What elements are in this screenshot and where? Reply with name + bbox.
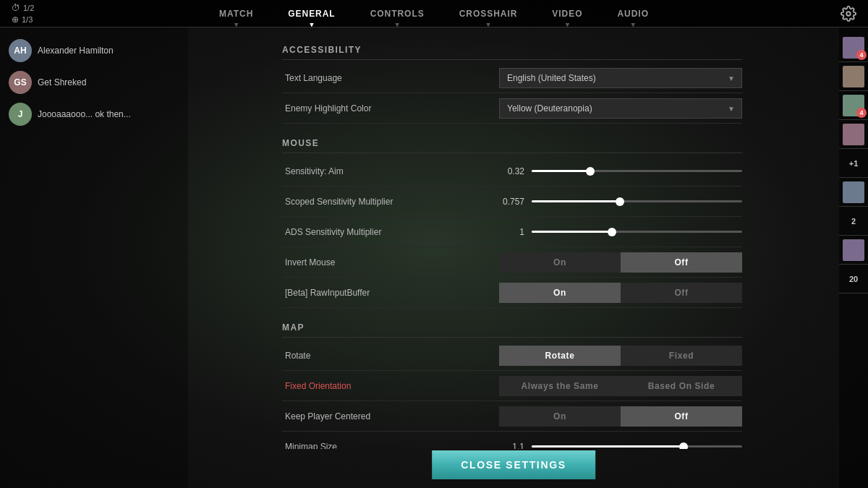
right-panel-count-1[interactable]: +1 — [839, 149, 868, 178]
toggle-pair-raw-input: On Off — [499, 283, 742, 303]
main-layout: AH Alexander Hamilton GS Get Shreked J J… — [0, 27, 868, 488]
label-rotate: Rotate — [282, 351, 499, 361]
setting-row-enemy-highlight: Enemy Highlight Color Yellow (Deuteranop… — [282, 93, 742, 124]
timer-icon: ⏱ — [12, 3, 20, 13]
toggle-rotate-rotate[interactable]: Rotate — [499, 346, 621, 366]
setting-row-scoped-sensitivity: Scoped Sensitivity Multiplier 0.757 — [282, 187, 742, 217]
settings-scroll[interactable]: ACCESSIBILITY Text Language English (Uni… — [282, 39, 745, 449]
toggle-keep-centered-on[interactable]: On — [499, 406, 621, 427]
gear-icon[interactable] — [841, 6, 856, 22]
slider-container-aim: 0.32 — [499, 166, 742, 176]
right-panel-count-2[interactable]: 2 — [839, 207, 868, 236]
label-sensitivity-aim: Sensitivity: Aim — [282, 166, 499, 176]
crosshair-score-icon: ⊕ — [12, 14, 19, 25]
avatar-thumb-2 — [843, 66, 864, 87]
close-settings-button[interactable]: CLOSE SETTINGS — [432, 450, 595, 479]
player-item-2[interactable]: GS Get Shreked — [9, 71, 179, 94]
avatar-thumb-6 — [843, 239, 864, 261]
right-panel-count-3[interactable]: 20 — [839, 265, 868, 294]
right-panel-item-3[interactable]: 4 — [839, 91, 868, 120]
right-panel-item-2[interactable] — [839, 62, 868, 91]
toggle-invert-mouse-off[interactable]: Off — [621, 252, 742, 273]
count-badge-1: +1 — [849, 159, 859, 168]
label-keep-player-centered: Keep Player Centered — [282, 411, 499, 421]
toggle-fixed-based-on-side[interactable]: Based On Side — [621, 376, 742, 396]
toggle-keep-centered-off[interactable]: Off — [621, 406, 742, 427]
enemy-highlight-select[interactable]: Yellow (Deuteranopia) Red Orange Purple — [499, 98, 742, 119]
toggle-rotate-fixed[interactable]: Fixed — [621, 346, 742, 366]
control-rotate: Rotate Fixed — [499, 346, 742, 366]
text-language-select[interactable]: English (United States) French German Sp… — [499, 68, 742, 88]
slider-fill-scoped — [532, 200, 620, 202]
control-scoped-sensitivity: 0.757 — [499, 197, 742, 207]
setting-row-ads-sensitivity: ADS Sensitivity Multiplier 1 — [282, 217, 742, 247]
section-header-accessibility: ACCESSIBILITY — [282, 39, 742, 60]
slider-track-ads[interactable] — [532, 231, 742, 233]
slider-track-aim[interactable] — [532, 170, 742, 172]
player-item-1[interactable]: AH Alexander Hamilton — [9, 39, 179, 62]
top-bar: ⏱ 1/2 ⊕ 1/3 MATCH GENERAL CONTROLS CROSS… — [0, 0, 868, 27]
control-ads-sensitivity: 1 — [499, 227, 742, 237]
right-panel-item-4[interactable] — [839, 120, 868, 149]
dropdown-wrapper-highlight: Yellow (Deuteranopia) Red Orange Purple — [499, 98, 742, 119]
toggle-fixed-always-same[interactable]: Always the Same — [499, 376, 621, 396]
player-name-2: Get Shreked — [38, 77, 86, 87]
control-text-language: English (United States) French German Sp… — [499, 68, 742, 88]
setting-row-fixed-orientation: Fixed Orientation Always the Same Based … — [282, 371, 742, 401]
control-raw-input: On Off — [499, 283, 742, 303]
tab-controls[interactable]: CONTROLS — [353, 0, 442, 27]
score-value-1: 1/2 — [23, 4, 34, 12]
svg-point-0 — [846, 12, 851, 16]
right-panel-item-5[interactable] — [839, 178, 868, 207]
setting-row-text-language: Text Language English (United States) Fr… — [282, 63, 742, 93]
slider-thumb-ads — [608, 228, 616, 236]
toggle-invert-mouse-on[interactable]: On — [499, 252, 621, 273]
right-sidebar: 4 4 +1 2 20 — [839, 27, 868, 488]
count-badge-3: 20 — [849, 275, 858, 283]
slider-thumb-minimap-size — [679, 442, 688, 450]
toggle-pair-rotate: Rotate Fixed — [499, 346, 742, 366]
tab-match[interactable]: MATCH — [202, 0, 271, 27]
tab-video[interactable]: VIDEO — [535, 0, 600, 27]
label-invert-mouse: Invert Mouse — [282, 257, 499, 267]
setting-row-raw-input: [Beta] RawInputBuffer On Off — [282, 278, 742, 308]
score-value-2: 1/3 — [22, 15, 33, 24]
badge-1: 4 — [856, 50, 867, 60]
slider-container-ads: 1 — [499, 227, 742, 237]
toggle-raw-input-off[interactable]: Off — [621, 283, 742, 303]
avatar-1: AH — [9, 39, 32, 62]
score-item-1: ⏱ 1/2 — [12, 3, 34, 13]
count-badge-2: 2 — [851, 217, 856, 226]
right-panel-item-6[interactable] — [839, 236, 868, 265]
player-item-3[interactable]: J Joooaaaooo... ok then... — [9, 103, 179, 126]
tab-crosshair[interactable]: CROSSHAIR — [442, 0, 535, 27]
label-fixed-orientation: Fixed Orientation — [282, 381, 499, 391]
slider-track-scoped[interactable] — [532, 200, 742, 202]
avatar-thumb-4 — [843, 124, 864, 145]
setting-row-rotate: Rotate Rotate Fixed — [282, 341, 742, 371]
label-raw-input: [Beta] RawInputBuffer — [282, 288, 499, 298]
toggle-raw-input-on[interactable]: On — [499, 283, 621, 303]
badge-3: 4 — [856, 108, 867, 118]
tab-general[interactable]: GENERAL — [271, 0, 352, 27]
slider-fill-ads — [532, 231, 612, 233]
setting-row-keep-player-centered: Keep Player Centered On Off — [282, 401, 742, 432]
label-enemy-highlight: Enemy Highlight Color — [282, 103, 499, 114]
avatar-thumb-5 — [843, 181, 864, 203]
control-keep-player-centered: On Off — [499, 406, 742, 427]
avatar-3: J — [9, 103, 32, 126]
score-item-2: ⊕ 1/3 — [12, 14, 34, 25]
slider-container-scoped: 0.757 — [499, 197, 742, 207]
label-text-language: Text Language — [282, 73, 499, 83]
slider-value-ads: 1 — [499, 227, 524, 237]
control-fixed-orientation: Always the Same Based On Side — [499, 376, 742, 396]
left-sidebar: AH Alexander Hamilton GS Get Shreked J J… — [0, 27, 188, 488]
score-display: ⏱ 1/2 ⊕ 1/3 — [12, 3, 34, 25]
tab-audio[interactable]: AUDIO — [600, 0, 665, 27]
slider-thumb-scoped — [616, 197, 624, 206]
toggle-pair-invert-mouse: On Off — [499, 252, 742, 273]
close-btn-container: CLOSE SETTINGS — [432, 442, 595, 488]
right-panel-item-1[interactable]: 4 — [839, 33, 868, 62]
nav-tabs: MATCH GENERAL CONTROLS CROSSHAIR VIDEO A… — [202, 0, 666, 27]
slider-value-aim: 0.32 — [499, 166, 524, 176]
